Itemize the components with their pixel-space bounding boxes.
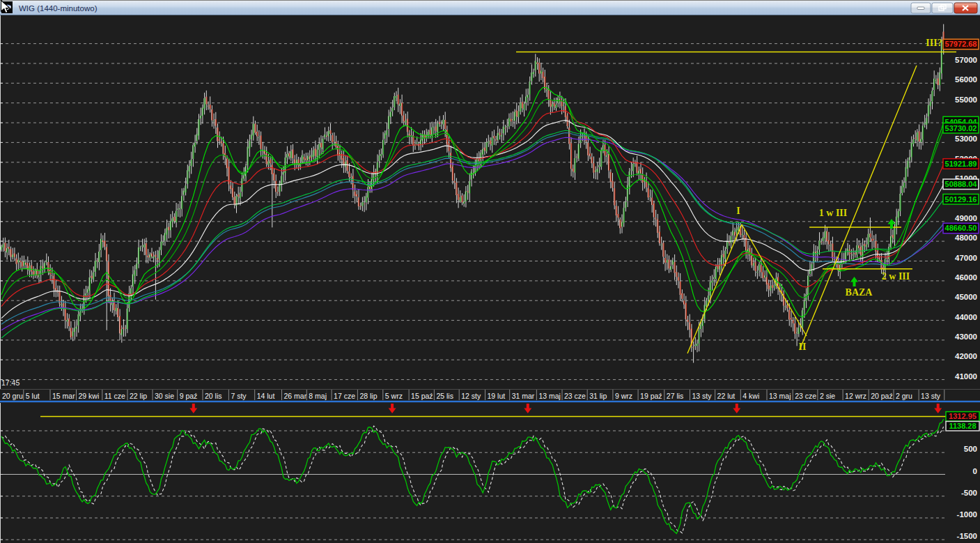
svg-text:11 cze: 11 cze	[104, 392, 125, 400]
svg-text:BAZA: BAZA	[846, 287, 873, 298]
svg-text:I: I	[736, 206, 740, 216]
svg-text:2 sie: 2 sie	[820, 392, 835, 400]
svg-text:57000: 57000	[955, 56, 977, 64]
svg-text:43000: 43000	[955, 332, 977, 341]
svg-text:48000: 48000	[955, 234, 977, 242]
svg-text:0: 0	[973, 467, 977, 475]
svg-text:41000: 41000	[955, 372, 977, 381]
svg-text:5 wrz: 5 wrz	[385, 392, 403, 400]
svg-text:5 lut: 5 lut	[26, 392, 40, 400]
svg-text:-500: -500	[961, 489, 977, 497]
svg-text:15 paź: 15 paź	[411, 392, 433, 400]
svg-text:-1000: -1000	[957, 510, 977, 519]
svg-text:500: 500	[964, 445, 977, 453]
svg-text:57972.68: 57972.68	[945, 40, 977, 48]
svg-text:56000: 56000	[955, 75, 977, 84]
svg-text:42000: 42000	[955, 352, 977, 360]
svg-text:31 lip: 31 lip	[589, 392, 607, 400]
svg-text:23 cze: 23 cze	[564, 392, 586, 400]
svg-text:13 maj: 13 maj	[769, 392, 791, 400]
svg-text:47000: 47000	[955, 254, 977, 262]
svg-text:20 lis: 20 lis	[205, 392, 222, 400]
svg-text:44000: 44000	[955, 313, 977, 321]
svg-text:1312.95: 1312.95	[949, 412, 977, 420]
svg-text:48660.50: 48660.50	[945, 224, 977, 232]
svg-text:II: II	[799, 342, 807, 352]
svg-text:17 cze: 17 cze	[334, 392, 355, 400]
svg-text:2 w III: 2 w III	[882, 271, 910, 282]
svg-text:15 mar: 15 mar	[52, 392, 75, 400]
svg-text:50888.04: 50888.04	[945, 180, 978, 188]
svg-text:III?: III?	[926, 38, 942, 48]
svg-text:19 paź: 19 paź	[640, 392, 662, 400]
svg-text:9 wrz: 9 wrz	[615, 392, 632, 400]
svg-text:13 sty: 13 sty	[692, 392, 713, 400]
svg-text:22 lut: 22 lut	[717, 392, 736, 400]
svg-text:49000: 49000	[955, 214, 977, 222]
svg-text:17:45: 17:45	[1, 378, 20, 387]
svg-text:55000: 55000	[955, 95, 977, 104]
svg-text:2 gru: 2 gru	[896, 392, 912, 400]
svg-text:23 cze: 23 cze	[795, 392, 816, 400]
svg-text:30 sie: 30 sie	[155, 392, 174, 400]
svg-text:-1500: -1500	[957, 532, 977, 540]
svg-text:8 maj: 8 maj	[309, 392, 327, 400]
svg-text:22 lip: 22 lip	[130, 392, 147, 400]
svg-text:19 lut: 19 lut	[488, 392, 506, 400]
svg-text:14 lut: 14 lut	[257, 392, 275, 400]
svg-text:27 lis: 27 lis	[667, 392, 684, 400]
svg-text:9 paź: 9 paź	[180, 392, 198, 400]
svg-text:46000: 46000	[955, 273, 977, 282]
svg-text:13 sty: 13 sty	[921, 392, 941, 400]
svg-text:20 paź: 20 paź	[871, 392, 893, 400]
svg-text:26 mar: 26 mar	[284, 392, 307, 400]
svg-text:50129.16: 50129.16	[945, 195, 977, 204]
svg-text:53000: 53000	[955, 135, 977, 143]
svg-text:WIG (1440-minutowo): WIG (1440-minutowo)	[19, 4, 98, 13]
svg-text:20 gru: 20 gru	[2, 392, 23, 400]
svg-text:31 mar: 31 mar	[512, 392, 535, 400]
svg-text:53730.02: 53730.02	[945, 124, 977, 132]
svg-text:45000: 45000	[955, 293, 977, 301]
svg-text:7 sty: 7 sty	[231, 392, 247, 400]
svg-text:4 kwi: 4 kwi	[742, 392, 759, 400]
svg-text:1138.28: 1138.28	[949, 422, 976, 430]
svg-text:28 lip: 28 lip	[359, 392, 377, 400]
svg-text:25 lis: 25 lis	[436, 392, 453, 400]
svg-text:1 w III: 1 w III	[819, 208, 847, 218]
svg-text:12 sty: 12 sty	[461, 392, 481, 400]
svg-text:12 wrz: 12 wrz	[845, 392, 866, 400]
svg-text:13 maj: 13 maj	[538, 392, 561, 400]
svg-text:51921.89: 51921.89	[945, 160, 977, 168]
svg-text:29 kwi: 29 kwi	[79, 392, 100, 400]
